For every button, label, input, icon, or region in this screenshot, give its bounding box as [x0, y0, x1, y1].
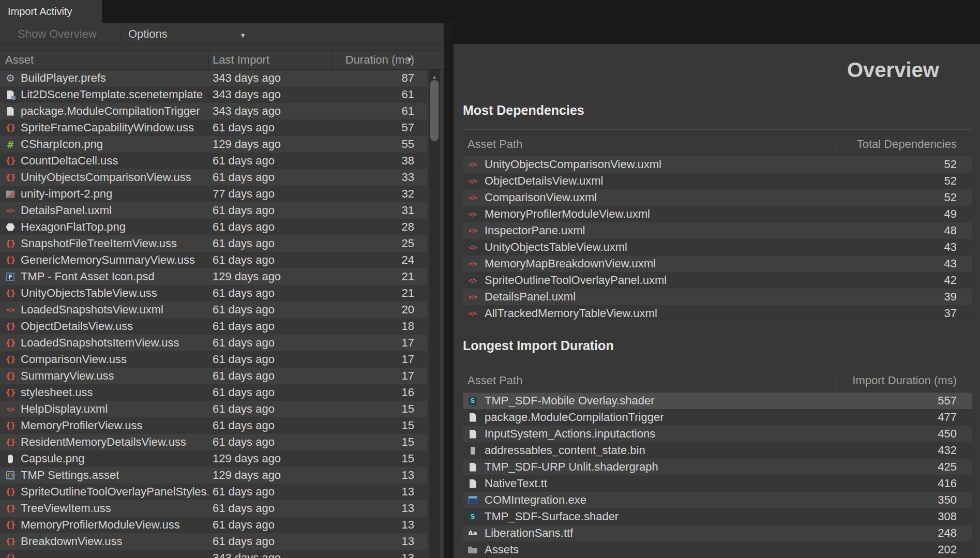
column-header-asset-path[interactable]: Asset Path [468, 374, 522, 387]
asset-table-row[interactable]: Capsule.png129 days ago15 [0, 450, 427, 467]
import-duration-value: 450 [900, 427, 972, 441]
asset-table-row[interactable]: TreeViewItem.uss61 days ago13 [0, 500, 427, 517]
asset-table-row[interactable]: HelpDisplay.uxml61 days ago15 [0, 401, 427, 417]
table-row[interactable]: SpriteOutlineToolOverlayPanel.uxml42 [463, 272, 972, 289]
duration-value: 13 [331, 518, 427, 532]
table-row[interactable]: ObjectDetailsView.uxml52 [463, 173, 972, 189]
table-row[interactable]: package.ModuleCompilationTrigger477 [463, 409, 972, 426]
asset-table-row[interactable]: MemoryProfilerModuleView.uss61 days ago1… [0, 517, 427, 533]
asset-table-row[interactable]: HexagonFlatTop.png61 days ago28 [0, 219, 427, 235]
stylesheet-icon [5, 255, 16, 265]
last-import-value: 61 days ago [208, 485, 331, 499]
asset-table-row[interactable]: ObjectDetailsView.uss61 days ago18 [0, 318, 427, 335]
table-row[interactable]: MemoryProfilerModuleView.uxml49 [463, 206, 972, 222]
asset-table-row[interactable]: stylesheet.uss61 days ago16 [0, 384, 427, 401]
tmp-settings-icon [5, 470, 16, 480]
longest-import-duration-table-body: TMP_SDF-Mobile Overlay.shader557package.… [463, 393, 972, 558]
table-row[interactable]: AllTrackedMemoryTableView.uxml37 [463, 305, 972, 322]
scroll-up-arrow-icon[interactable] [429, 71, 440, 81]
asset-table-row[interactable]: CSharpIcon.png129 days ago55 [0, 136, 427, 153]
total-dependencies-value: 39 [900, 290, 972, 304]
table-row[interactable]: ComparisonView.uxml52 [463, 189, 972, 206]
duration-value: 33 [331, 171, 427, 184]
column-header-asset[interactable]: Asset [5, 51, 34, 69]
duration-value: 61 [331, 104, 427, 118]
table-row[interactable]: TMP_SDF-URP Unlit.shadergraph425 [463, 459, 972, 475]
last-import-value: 61 days ago [208, 286, 331, 300]
scrollbar-thumb[interactable] [430, 80, 439, 141]
uxml-icon [468, 192, 478, 203]
asset-table-row[interactable]: BuildPlayer.prefs343 days ago87 [0, 70, 427, 86]
asset-cell [0, 553, 208, 558]
table-row[interactable]: MemoryMapBreakdownView.uxml43 [463, 255, 972, 272]
asset-table-row[interactable]: TMP Settings.asset129 days ago13 [0, 467, 427, 484]
table-row[interactable]: TMP_SDF-Surface.shader308 [463, 508, 972, 525]
panel-splitter[interactable] [444, 23, 454, 558]
asset-table-row[interactable]: unity-import-2.png77 days ago32 [0, 186, 427, 202]
table-row[interactable]: NativeText.tt416 [463, 475, 972, 492]
asset-table-row[interactable]: GenericMemorySummaryView.uss61 days ago2… [0, 252, 427, 268]
asset-table-row[interactable]: DetailsPanel.uxml61 days ago31 [0, 202, 427, 219]
overview-title: Overview [847, 58, 939, 82]
asset-name: CountDeltaCell.uss [21, 154, 118, 168]
asset-cell: UnityObjectsTableView.uss [0, 286, 208, 300]
asset-cell: TreeViewItem.uss [0, 502, 208, 515]
import-duration-value: 350 [900, 493, 972, 507]
table-row[interactable]: COMIntegration.exe350 [463, 492, 972, 508]
asset-table-row[interactable]: SnapshotFileTreeItemView.uss61 days ago2… [0, 235, 427, 252]
table-row[interactable]: LiberationSans.ttf248 [463, 525, 972, 541]
show-overview-button[interactable]: Show Overview [18, 23, 97, 45]
table-row[interactable]: Assets202 [463, 541, 972, 558]
table-row[interactable]: addressables_content_state.bin432 [463, 442, 972, 459]
table-row[interactable]: InspectorPane.uxml48 [463, 222, 972, 239]
asset-table-row[interactable]: TMP - Font Asset Icon.psd129 days ago21 [0, 268, 427, 285]
asset-table-row[interactable]: package.ModuleCompilationTrigger343 days… [0, 103, 427, 119]
asset-path: InputSystem_Actions.inputactions [485, 427, 900, 441]
asset-table-row[interactable]: LoadedSnapshotsItemView.uss61 days ago17 [0, 335, 427, 351]
asset-table-row[interactable]: CountDeltaCell.uss61 days ago38 [0, 153, 427, 169]
asset-path: SpriteOutlineToolOverlayPanel.uxml [485, 274, 900, 287]
asset-table-row[interactable]: UnityObjectsTableView.uss61 days ago21 [0, 285, 427, 301]
asset-cell: TMP Settings.asset [0, 469, 208, 482]
asset-table-row[interactable]: SpriteOutlineToolOverlayPanelStyles.uss6… [0, 484, 427, 500]
asset-table-row[interactable]: SummaryView.uss61 days ago17 [0, 368, 427, 384]
column-header-asset-path[interactable]: Asset Path [468, 138, 522, 151]
vertical-scrollbar[interactable] [429, 70, 440, 558]
table-row[interactable]: DetailsPanel.uxml39 [463, 289, 972, 305]
asset-table-row[interactable]: ComparisonView.uss61 days ago17 [0, 351, 427, 368]
asset-table-row[interactable]: LoadedSnapshotsView.uxml61 days ago20 [0, 301, 427, 318]
uxml-icon [468, 308, 478, 319]
asset-table-row[interactable]: MemoryProfilerView.uss61 days ago15 [0, 417, 427, 434]
document-icon [468, 462, 478, 472]
column-header-last-import[interactable]: Last Import [213, 51, 269, 69]
stylesheet-icon [5, 503, 16, 514]
column-separator [972, 139, 972, 156]
column-header-import-duration[interactable]: Import Duration (ms) [852, 374, 957, 387]
duration-value: 21 [331, 286, 427, 300]
asset-table-row[interactable]: Lit2DSceneTemplate.scenetemplate343 days… [0, 86, 427, 103]
options-dropdown[interactable]: Options [128, 23, 246, 45]
last-import-value: 343 days ago [208, 88, 331, 101]
font-asset-icon [5, 272, 16, 282]
table-row[interactable]: InputSystem_Actions.inputactions450 [463, 426, 972, 442]
last-import-value: 61 days ago [208, 336, 331, 350]
table-row[interactable]: UnityObjectsTableView.uxml43 [463, 239, 972, 255]
asset-table-row[interactable]: UnityObjectsComparisonView.uss61 days ag… [0, 169, 427, 186]
csharp-image-icon [5, 139, 16, 149]
duration-value: 13 [331, 485, 427, 499]
asset-table-row[interactable]: BreakdownView.uss61 days ago13 [0, 533, 427, 550]
tab-import-activity[interactable]: Import Activity [0, 0, 102, 23]
sort-descending-icon[interactable] [406, 51, 413, 65]
asset-path: ObjectDetailsView.uxml [485, 174, 900, 188]
duration-value: 17 [331, 353, 427, 366]
column-header-duration[interactable]: Duration (ms) [345, 51, 414, 69]
column-header-total-dependencies[interactable]: Total Dependencies [857, 138, 957, 151]
asset-cell: HexagonFlatTop.png [0, 220, 208, 234]
table-row[interactable]: UnityObjectsComparisonView.uxml52 [463, 156, 972, 173]
asset-cell: SummaryView.uss [0, 369, 208, 383]
asset-table-row[interactable]: SpriteFrameCapabilityWindow.uss61 days a… [0, 119, 427, 136]
asset-name: DetailsPanel.uxml [21, 204, 112, 217]
asset-table-row[interactable]: 343 days ago13 [0, 550, 427, 558]
table-row[interactable]: TMP_SDF-Mobile Overlay.shader557 [463, 393, 972, 409]
asset-table-row[interactable]: ResidentMemoryDetailsView.uss61 days ago… [0, 434, 427, 450]
